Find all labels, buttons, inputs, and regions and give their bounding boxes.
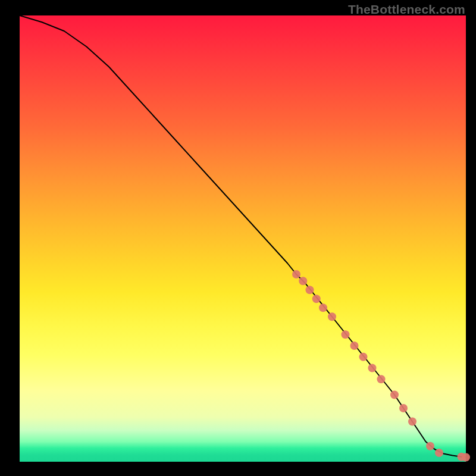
plot-gradient-background	[20, 15, 466, 462]
watermark-text: TheBottleneck.com	[348, 2, 465, 17]
chart-frame: TheBottleneck.com	[0, 0, 476, 476]
